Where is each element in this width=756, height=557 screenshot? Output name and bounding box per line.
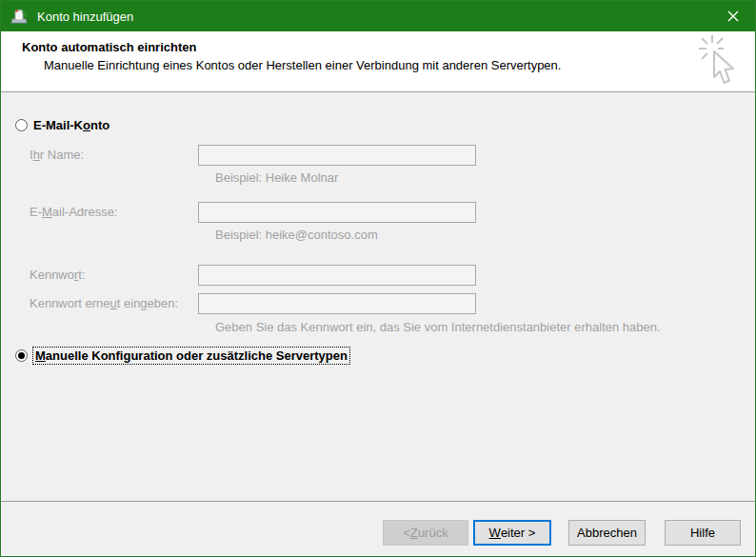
email-account-radio[interactable]: E-Mail-Konto [15,118,109,132]
label-text: Kennwo [30,268,74,282]
manual-config-radio[interactable]: Manuelle Konfiguration oder zusätzliche … [15,348,349,364]
name-input[interactable] [198,145,476,166]
close-icon [727,10,739,22]
label-text: nto [90,118,109,132]
name-label: Ihr Name: [30,145,84,166]
label-text: u [110,296,117,310]
close-button[interactable] [711,1,755,31]
label-text: E- [30,205,42,219]
label-text: M [42,205,52,219]
clicking-cursor-icon [696,34,740,92]
title-bar: Konto hinzufügen [1,1,755,31]
label-text: t: [78,268,85,282]
email-account-radio-label: E-Mail-Konto [33,118,109,132]
label-text: r Name: [40,148,84,162]
password-hint: Geben Sie das Kennwort ein, das Sie vom … [215,320,661,334]
cancel-button[interactable]: Abbrechen [568,520,646,546]
email-label: E-Mail-Adresse: [30,202,117,223]
label-text: M [35,348,46,363]
password-input[interactable] [198,265,476,286]
manual-config-radio-label: Manuelle Konfiguration oder zusätzliche … [33,348,349,364]
name-example: Beispiel: Heike Molnar [215,170,338,185]
password-label: Kennwort: [30,265,86,286]
password-retype-label: Kennwort erneut eingeben: [30,293,178,314]
page-subtitle: Manuelle Einrichtung eines Kontos oder H… [44,58,561,72]
next-button[interactable]: Weiter > [473,520,551,546]
label-text: < [403,526,410,540]
label-text: t eingeben: [117,296,178,310]
email-example: Beispiel: heike@contoso.com [215,228,378,242]
radio-unselected-icon[interactable] [15,119,28,131]
help-button[interactable]: Hilfe [665,520,741,546]
window-title: Konto hinzufügen [37,10,133,24]
button-bar: < Zurück Weiter > Abbrechen Hilfe [1,501,755,555]
password-retype-input[interactable] [198,293,476,314]
label-text: h [33,148,40,162]
label-text: W [489,526,501,540]
label-text: Kennwort erne [30,296,110,310]
wizard-body: E-Mail-Konto Ihr Name: Beispiel: Heike M… [1,92,755,501]
label-text: eiter > [501,526,536,540]
page-title: Konto automatisch einrichten [22,40,196,54]
add-account-dialog: Konto hinzufügen Konto automatisch einri… [0,0,756,557]
label-text: Z [410,526,418,540]
label-text: anuelle Konfiguration oder zusätzliche S… [46,348,348,363]
wizard-header: Konto automatisch einrichten Manuelle Ei… [1,31,755,92]
app-icon [10,7,29,26]
label-text: o [83,118,90,132]
email-input[interactable] [198,202,476,223]
label-text: E-Mail-K [33,118,83,132]
label-text: urück [418,526,448,540]
label-text: ail-Adresse: [52,205,118,219]
back-button[interactable]: < Zurück [383,520,468,546]
radio-selected-icon[interactable] [15,349,28,362]
